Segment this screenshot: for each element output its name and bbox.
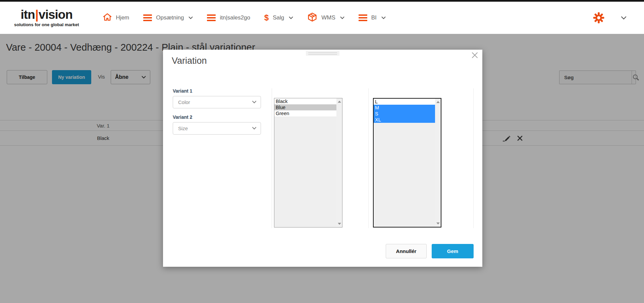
nav-item-hjem[interactable]: Hjem [103,12,129,23]
chevron-down-icon [252,127,257,130]
nav-item-bi[interactable]: BI [359,14,386,21]
nav-item-wms[interactable]: WMS [307,12,344,23]
list-item-blue[interactable]: Blue [274,104,336,110]
scrollbar[interactable] [336,98,342,227]
list-item-m[interactable]: M [374,105,435,111]
cube-icon [307,12,317,23]
variant1-select[interactable]: Color [173,96,261,108]
cancel-button[interactable]: Annullér [386,244,427,258]
menu-icon [207,14,216,21]
modal-close-icon[interactable] [471,52,478,59]
main-menu: Hjem Opsætning itn|sales2go $ Salg [103,12,386,23]
listbox-items: L M S XL [374,99,435,123]
column-divider [272,88,272,228]
dollar-icon: $ [264,14,269,21]
nav-item-sales2go[interactable]: itn|sales2go [207,14,250,21]
list-item-s[interactable]: S [374,111,435,117]
column-divider [368,88,369,228]
nav-item-salg[interactable]: $ Salg [264,14,293,21]
variant1-label: Variant 1 [173,88,262,94]
logo-pipe: | [35,8,39,21]
modal-drag-handle[interactable] [306,51,339,56]
menu-icon [143,14,152,21]
scroll-down-icon[interactable] [436,222,440,224]
scroll-down-icon[interactable] [338,223,341,225]
scrollbar[interactable] [435,99,441,227]
chevron-down-icon [189,15,193,21]
home-icon [103,12,112,23]
nav-item-label: itn|sales2go [220,14,250,21]
scroll-up-icon[interactable] [436,101,440,103]
list-item-xl[interactable]: XL [374,117,435,123]
brand-tagline: solutions for one global market [14,22,79,27]
nav-item-opsaetning[interactable]: Opsætning [143,14,193,21]
nav-item-label: WMS [321,14,335,21]
brand-logo-text: itn|vision [14,8,79,21]
user-menu-chevron-icon[interactable] [621,16,627,20]
variant2-options-listbox[interactable]: L M S XL [373,98,441,228]
variant2-label: Variant 2 [173,114,262,120]
list-item-green[interactable]: Green [274,110,336,116]
variant-form: Variant 1 Color Variant 2 Size [173,88,262,135]
menu-icon [359,14,367,21]
column-divider [473,88,474,228]
nav-item-label: BI [371,14,377,21]
scroll-up-icon[interactable] [338,101,341,103]
navbar-right [593,12,644,24]
save-button[interactable]: Gem [432,244,474,258]
top-navbar: itn|vision solutions for one global mark… [0,2,644,34]
listbox-items: Black Blue Green [274,98,336,116]
variant2-select[interactable]: Size [173,122,261,135]
variant2-value: Size [177,125,188,131]
chevron-down-icon [340,15,344,21]
modal-title: Variation [172,56,207,66]
variant1-options-listbox[interactable]: Black Blue Green [274,98,342,228]
brand-logo[interactable]: itn|vision solutions for one global mark… [14,8,79,27]
settings-gear-icon[interactable] [593,12,605,24]
variation-modal: Variation Variant 1 Color Variant 2 Size… [163,50,482,267]
nav-item-label: Salg [273,14,284,21]
chevron-down-icon [381,15,386,21]
nav-item-label: Opsætning [156,14,184,21]
list-item-black[interactable]: Black [274,98,336,104]
chevron-down-icon [252,101,257,104]
nav-item-label: Hjem [116,14,129,21]
screen: itn|vision solutions for one global mark… [0,0,644,303]
chevron-down-icon [289,15,293,21]
list-item-l[interactable]: L [374,99,435,105]
variant1-value: Color [177,99,190,105]
